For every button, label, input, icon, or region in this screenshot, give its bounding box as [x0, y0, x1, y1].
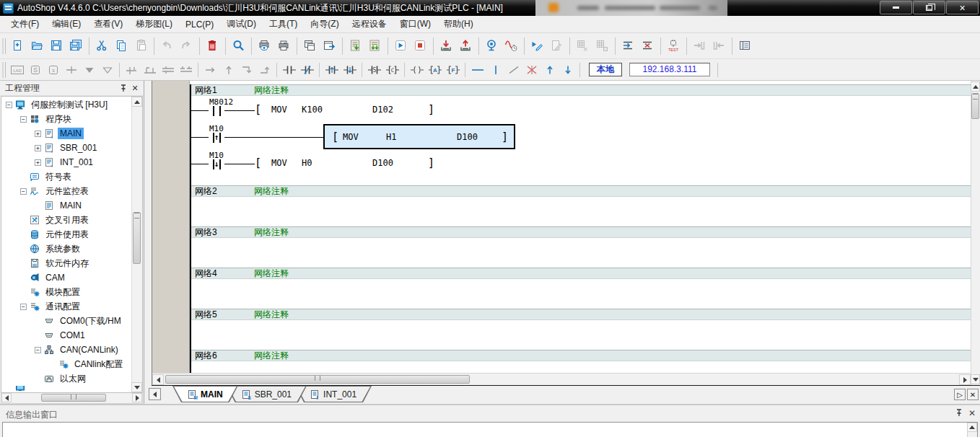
- line-down-icon[interactable]: [559, 62, 577, 77]
- tree-item-sbr-001[interactable]: +sSBR_001: [1, 141, 131, 155]
- network-comment[interactable]: 网络注释: [254, 186, 289, 196]
- scroll-right-button[interactable]: [132, 393, 142, 402]
- pin-icon[interactable]: [118, 83, 129, 94]
- network-body-4[interactable]: [191, 279, 971, 309]
- tree-item-can-canlink-[interactable]: −CAN(CANLink): [1, 343, 131, 357]
- tree-item--[interactable]: 系统参数: [1, 242, 131, 256]
- menu-item-2[interactable]: 查看(V): [87, 16, 129, 32]
- collapse-icon[interactable]: −: [35, 347, 41, 353]
- local-mode-button[interactable]: 本地: [589, 63, 622, 76]
- network-body-6[interactable]: [191, 361, 971, 373]
- scroll-up-button[interactable]: [971, 81, 980, 92]
- com-test-icon[interactable]: TEST: [664, 36, 683, 56]
- network-header-1[interactable]: 网络1网络注释: [191, 84, 971, 96]
- copy-icon[interactable]: [112, 36, 131, 56]
- download-plc-icon[interactable]: [437, 36, 456, 56]
- find-icon[interactable]: [229, 36, 248, 56]
- insert-row-icon[interactable]: [618, 36, 638, 56]
- contact-rising-icon[interactable]: [323, 62, 341, 77]
- insert-network-icon[interactable]: [80, 62, 98, 77]
- compile-icon[interactable]: [346, 36, 365, 56]
- scroll-thumb[interactable]: [41, 394, 106, 402]
- tree-item--[interactable]: 交叉引用表: [1, 213, 131, 227]
- tree-item-main[interactable]: +sMAIN: [1, 126, 131, 141]
- vline-icon[interactable]: [486, 62, 504, 77]
- tree-item-int-001[interactable]: +sINT_001: [1, 155, 131, 169]
- scroll-up-button[interactable]: [967, 423, 977, 432]
- scroll-down-button[interactable]: [971, 374, 980, 384]
- scroll-left-button[interactable]: [152, 374, 164, 385]
- wire-corner-up-icon[interactable]: [255, 62, 274, 77]
- lad-mode-icon[interactable]: LAD: [8, 62, 26, 77]
- tree-item-com0-hm[interactable]: COM0(下载/HM: [1, 314, 131, 328]
- expand-icon[interactable]: +: [35, 145, 41, 151]
- tree-item--[interactable]: −元件监控表: [1, 184, 131, 198]
- toolbar-grip[interactable]: [2, 38, 6, 54]
- wire-right-icon[interactable]: [201, 62, 219, 77]
- tree-horizontal-scrollbar[interactable]: [1, 393, 143, 404]
- collapse-icon[interactable]: −: [6, 102, 12, 108]
- contact-falling[interactable]: M10↓: [209, 151, 224, 169]
- tree-item--[interactable]: −程序块: [1, 112, 131, 126]
- instruction-box-selected[interactable]: [MOVH1D100]: [323, 124, 515, 149]
- network-body-3[interactable]: [191, 238, 971, 268]
- scroll-right-button[interactable]: [959, 374, 971, 385]
- menu-item-10[interactable]: 帮助(H): [437, 16, 480, 32]
- scroll-thumb[interactable]: [165, 375, 470, 384]
- network-header-5[interactable]: 网络5网络注释: [191, 309, 971, 320]
- expand-icon[interactable]: +: [35, 131, 41, 137]
- rung-close-icon[interactable]: [141, 62, 159, 77]
- output-message-area[interactable]: [2, 422, 978, 437]
- menu-item-7[interactable]: 向导(Z): [304, 16, 345, 32]
- network-comment[interactable]: 网络注释: [254, 309, 289, 319]
- func-f-icon[interactable]: F: [444, 62, 462, 77]
- menu-item-4[interactable]: PLC(P): [179, 17, 220, 32]
- network-header-6[interactable]: 网络6网络注释: [191, 350, 971, 361]
- tree-item-cam[interactable]: CAM: [1, 270, 131, 285]
- tree-item-main[interactable]: MAIN: [1, 198, 131, 213]
- tab-int_001[interactable]: IINT_001: [295, 386, 372, 402]
- close-panel-icon[interactable]: ✕: [968, 409, 976, 418]
- wire-up-icon[interactable]: [219, 62, 237, 77]
- rung-parallel-icon[interactable]: [177, 62, 195, 77]
- contact-set-icon[interactable]: S: [365, 62, 383, 77]
- print-preview-icon[interactable]: [255, 36, 274, 56]
- menu-item-8[interactable]: 远程设备: [346, 16, 393, 32]
- tree-item--[interactable]: −通讯配置: [1, 299, 131, 314]
- menu-item-6[interactable]: 工具(T): [263, 16, 304, 32]
- network-body-2[interactable]: [191, 197, 971, 226]
- network-comment[interactable]: 网络注释: [254, 268, 289, 278]
- func-a-icon[interactable]: A: [426, 62, 444, 77]
- menu-item-5[interactable]: 调试(D): [220, 16, 263, 32]
- collapse-icon[interactable]: −: [20, 304, 27, 310]
- tab-close-button[interactable]: ✕: [967, 389, 979, 400]
- line-diagonal-icon[interactable]: [504, 62, 522, 77]
- network-comment[interactable]: 网络注释: [254, 227, 289, 237]
- tab-sbr_001[interactable]: SSBR_001: [227, 386, 307, 402]
- delete-row-icon[interactable]: [638, 36, 657, 56]
- scroll-thumb[interactable]: [971, 93, 979, 119]
- contact-falling-icon[interactable]: [341, 62, 359, 77]
- ladder-editor[interactable]: 网络1网络注释0M8012[MOVK100D102]6M10↑[MOVH1D10…: [152, 81, 980, 385]
- rung-branch-icon[interactable]: [159, 62, 177, 77]
- sfc-s-small-icon[interactable]: s: [44, 62, 62, 77]
- editor-horizontal-scrollbar[interactable]: [152, 373, 971, 385]
- instruction[interactable]: [MOVK100D102]: [255, 105, 434, 115]
- window-export-icon[interactable]: [320, 36, 339, 56]
- coil-icon[interactable]: [408, 62, 426, 77]
- network-body-5[interactable]: [191, 320, 971, 350]
- tree-item--[interactable]: 以太网: [1, 371, 131, 386]
- tree-item-canlink-[interactable]: CANlink配置: [1, 357, 131, 371]
- line-up-icon[interactable]: [541, 62, 559, 77]
- tab-main[interactable]: MMAIN: [172, 386, 238, 402]
- contact-nc-icon[interactable]: [298, 62, 316, 77]
- tree-item--[interactable]: 模块配置: [1, 285, 131, 299]
- wire-corner-down-icon[interactable]: [237, 62, 255, 77]
- menu-item-3[interactable]: 梯形图(L): [129, 16, 179, 32]
- sfc-s-large-icon[interactable]: S: [26, 62, 44, 77]
- oscilloscope-icon[interactable]: [502, 36, 521, 56]
- network-header-3[interactable]: 网络3网络注释: [191, 226, 971, 238]
- monitor-icon[interactable]: [482, 36, 502, 56]
- editor-vertical-scrollbar[interactable]: [971, 81, 980, 385]
- save-icon[interactable]: [47, 36, 66, 56]
